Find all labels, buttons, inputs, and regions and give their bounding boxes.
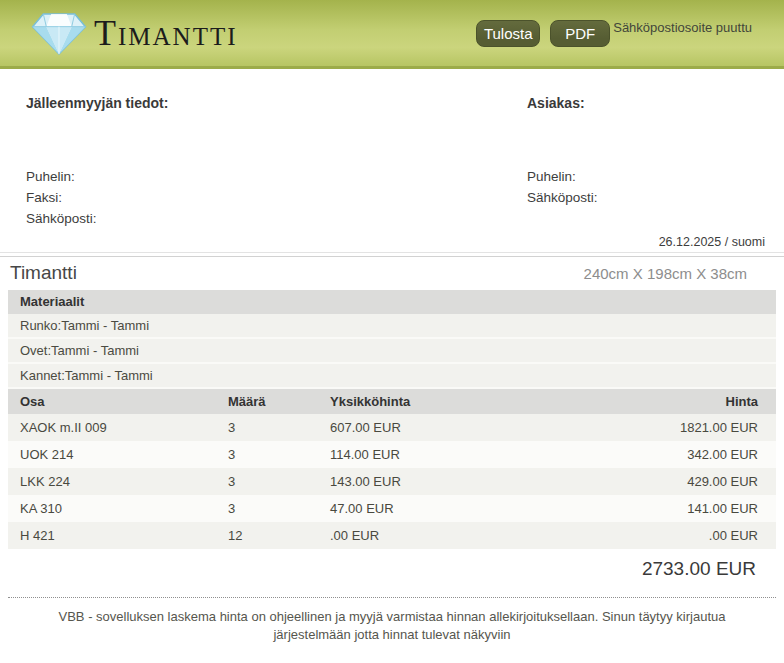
field-label: Faksi: bbox=[26, 187, 527, 208]
col-header-part: Osa bbox=[8, 389, 216, 414]
part-row: KA 310 3 47.00 EUR 141.00 EUR bbox=[8, 495, 776, 522]
col-header-price: Hinta bbox=[558, 389, 776, 414]
part-row: H 421 12 .00 EUR .00 EUR bbox=[8, 522, 776, 549]
part-row: LKK 224 3 143.00 EUR 429.00 EUR bbox=[8, 468, 776, 495]
grand-total: 2733.00 EUR bbox=[0, 557, 784, 581]
part-unit-price: 47.00 EUR bbox=[318, 495, 558, 522]
part-row: XAOK m.II 009 3 607.00 EUR 1821.00 EUR bbox=[8, 414, 776, 441]
info-section: Jälleenmyyjän tiedot: Puhelin: Faksi: Sä… bbox=[0, 69, 784, 249]
part-name: LKK 224 bbox=[8, 468, 216, 495]
part-total-price: 429.00 EUR bbox=[558, 468, 776, 495]
part-unit-price: 114.00 EUR bbox=[318, 441, 558, 468]
part-row: UOK 214 3 114.00 EUR 342.00 EUR bbox=[8, 441, 776, 468]
field-label: Puhelin: bbox=[527, 166, 598, 187]
part-quantity: 3 bbox=[216, 468, 318, 495]
col-header-unit-price: Yksikköhinta bbox=[318, 389, 558, 414]
part-unit-price: 607.00 EUR bbox=[318, 414, 558, 441]
dealer-info: Jälleenmyyjän tiedot: Puhelin: Faksi: Sä… bbox=[26, 95, 527, 229]
part-total-price: 1821.00 EUR bbox=[558, 414, 776, 441]
parts-panel: Osa Määrä Yksikköhinta Hinta XAOK m.II 0… bbox=[8, 389, 776, 549]
product-title: Timantti bbox=[8, 261, 77, 285]
print-button[interactable]: Tulosta bbox=[476, 20, 540, 47]
disclaimer-text: VBB - sovelluksen laskema hinta on ohjee… bbox=[36, 608, 748, 644]
date-language-line: 26.12.2025 / suomi bbox=[0, 236, 784, 249]
header-actions: Tulosta PDF Sähköpostiosoite puuttu bbox=[476, 20, 752, 47]
part-quantity: 3 bbox=[216, 414, 318, 441]
part-unit-price: 143.00 EUR bbox=[318, 468, 558, 495]
customer-fields: Puhelin: Sähköposti: bbox=[527, 166, 598, 208]
materials-heading: Materiaalit bbox=[8, 290, 776, 314]
customer-info: Asiakas: Puhelin: Sähköposti: bbox=[527, 95, 598, 229]
part-total-price: 342.00 EUR bbox=[558, 441, 776, 468]
part-total-price: .00 EUR bbox=[558, 522, 776, 549]
quote-header: Timantti 240cm X 198cm X 38cm bbox=[0, 261, 784, 285]
customer-heading: Asiakas: bbox=[527, 95, 598, 112]
dealer-fields: Puhelin: Faksi: Sähköposti: bbox=[26, 166, 527, 229]
part-name: H 421 bbox=[8, 522, 216, 549]
email-missing-warning: Sähköpostiosoite puuttu bbox=[613, 20, 752, 35]
part-name: XAOK m.II 009 bbox=[8, 414, 216, 441]
section-divider bbox=[0, 252, 784, 257]
part-unit-price: .00 EUR bbox=[318, 522, 558, 549]
quote-page: Timantti Tulosta PDF Sähköpostiosoite pu… bbox=[0, 0, 784, 663]
footer-divider bbox=[8, 597, 776, 598]
logo: Timantti bbox=[30, 11, 238, 56]
part-name: KA 310 bbox=[8, 495, 216, 522]
part-quantity: 3 bbox=[216, 495, 318, 522]
field-label: Sähköposti: bbox=[527, 187, 598, 208]
part-quantity: 3 bbox=[216, 441, 318, 468]
field-label: Sähköposti: bbox=[26, 208, 527, 229]
material-row: Kannet:Tammi - Tammi bbox=[8, 364, 776, 389]
brand-title: Timantti bbox=[94, 15, 238, 51]
part-quantity: 12 bbox=[216, 522, 318, 549]
col-header-quantity: Määrä bbox=[216, 389, 318, 414]
part-name: UOK 214 bbox=[8, 441, 216, 468]
diamond-logo-icon bbox=[30, 11, 88, 56]
field-label: Puhelin: bbox=[26, 166, 527, 187]
parts-table-header-row: Osa Määrä Yksikköhinta Hinta bbox=[8, 389, 776, 414]
pdf-button[interactable]: PDF bbox=[550, 20, 610, 47]
site-header: Timantti Tulosta PDF Sähköpostiosoite pu… bbox=[0, 0, 784, 69]
material-row: Runko:Tammi - Tammi bbox=[8, 314, 776, 339]
materials-list: Runko:Tammi - Tammi Ovet:Tammi - Tammi K… bbox=[8, 314, 776, 389]
material-row: Ovet:Tammi - Tammi bbox=[8, 339, 776, 364]
dealer-heading: Jälleenmyyjän tiedot: bbox=[26, 95, 527, 112]
product-dimensions: 240cm X 198cm X 38cm bbox=[584, 265, 747, 282]
materials-panel: Materiaalit Runko:Tammi - Tammi Ovet:Tam… bbox=[8, 290, 776, 389]
part-total-price: 141.00 EUR bbox=[558, 495, 776, 522]
parts-table: Osa Määrä Yksikköhinta Hinta XAOK m.II 0… bbox=[8, 389, 776, 549]
